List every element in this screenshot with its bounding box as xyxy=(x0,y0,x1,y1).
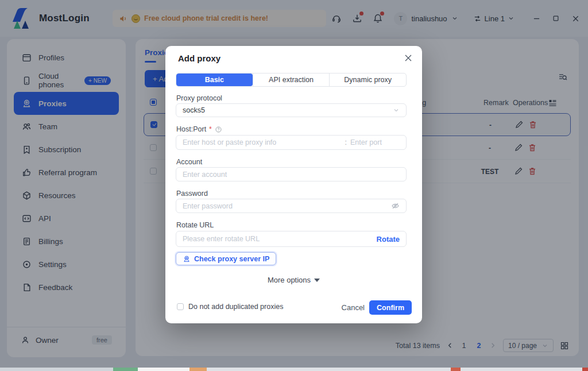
account-field xyxy=(176,167,407,181)
more-options-toggle[interactable]: More options xyxy=(165,276,422,284)
password-input[interactable] xyxy=(183,202,391,210)
dedupe-label: Do not add duplicated proxies xyxy=(188,303,283,311)
port-input[interactable] xyxy=(350,138,400,146)
rotate-url-input[interactable] xyxy=(183,235,377,243)
account-label: Account xyxy=(176,158,202,166)
host-input[interactable] xyxy=(183,138,342,146)
app-window: MostLogin Free cloud phone trial credit … xyxy=(0,0,588,371)
dedupe-option[interactable]: Do not add duplicated proxies xyxy=(177,303,283,311)
cancel-button[interactable]: Cancel xyxy=(342,303,365,312)
close-icon[interactable] xyxy=(404,53,413,63)
chevron-down-icon xyxy=(393,107,400,114)
add-proxy-dialog: Add proxy Basic API extraction Dynamic p… xyxy=(165,46,422,323)
host-port-field: : xyxy=(176,135,407,150)
ip-location-icon xyxy=(183,255,191,263)
eye-off-icon[interactable] xyxy=(391,202,400,210)
tab-dynamic-proxy[interactable]: Dynamic proxy xyxy=(329,74,406,86)
host-port-separator: : xyxy=(345,138,347,146)
protocol-value: socks5 xyxy=(183,106,393,114)
check-proxy-ip-button[interactable]: Check proxy server IP xyxy=(176,252,276,265)
desktop-taskbar-sliver xyxy=(0,368,588,371)
rotate-action-link[interactable]: Rotate xyxy=(377,235,400,244)
confirm-button[interactable]: Confirm xyxy=(369,300,412,315)
protocol-label: Proxy protocol xyxy=(176,94,222,102)
tab-basic[interactable]: Basic xyxy=(176,74,253,86)
rotate-url-field: Rotate xyxy=(176,231,407,247)
host-port-label: Host:Port * xyxy=(176,125,222,133)
rotate-url-label: Rotate URL xyxy=(176,221,214,229)
dedupe-checkbox[interactable] xyxy=(177,303,184,310)
password-label: Password xyxy=(176,190,208,198)
caret-down-icon xyxy=(314,279,320,282)
password-field xyxy=(176,199,407,213)
protocol-select[interactable]: socks5 xyxy=(176,103,407,117)
tab-api-extraction[interactable]: API extraction xyxy=(253,74,330,86)
required-asterisk: * xyxy=(209,125,212,133)
dialog-title: Add proxy xyxy=(178,53,220,63)
account-input[interactable] xyxy=(183,171,400,179)
proxy-type-tabs: Basic API extraction Dynamic proxy xyxy=(176,73,407,87)
help-icon[interactable] xyxy=(215,126,222,133)
dialog-footer: Do not add duplicated proxies Cancel Con… xyxy=(165,300,422,315)
